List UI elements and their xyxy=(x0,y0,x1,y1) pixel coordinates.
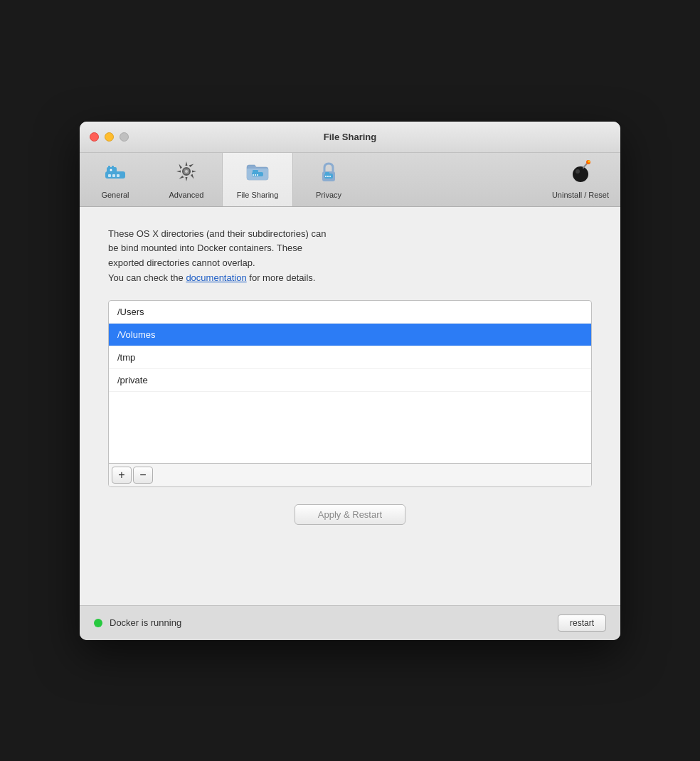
svg-rect-13 xyxy=(253,174,254,176)
svg-rect-15 xyxy=(257,174,258,176)
add-directory-button[interactable]: + xyxy=(112,467,132,484)
svg-point-24 xyxy=(588,160,590,162)
minimize-button[interactable] xyxy=(105,132,114,142)
svg-rect-20 xyxy=(327,176,329,177)
tab-uninstall[interactable]: Uninstall / Reset xyxy=(541,153,620,206)
svg-point-22 xyxy=(573,166,588,182)
statusbar: Docker is running restart xyxy=(80,605,620,640)
file-list-container: /Users /Volumes /tmp /private + − xyxy=(108,300,592,487)
svg-rect-3 xyxy=(112,166,114,169)
maximize-button[interactable] xyxy=(120,132,129,142)
list-item[interactable]: /Volumes xyxy=(109,324,591,346)
list-item-empty xyxy=(109,392,591,463)
svg-point-7 xyxy=(110,169,112,171)
bomb-icon xyxy=(568,159,593,188)
app-window: File Sharing General xyxy=(80,122,620,640)
description-text: These OS X directories (and their subdir… xyxy=(108,227,592,286)
desc-line4-suffix: for more details. xyxy=(247,272,316,283)
restart-button[interactable]: restart xyxy=(558,614,606,632)
list-item[interactable]: /tmp xyxy=(109,346,591,369)
svg-rect-19 xyxy=(325,176,327,177)
svg-rect-2 xyxy=(108,166,110,169)
tab-uninstall-label: Uninstall / Reset xyxy=(552,191,609,199)
file-list-toolbar: + − xyxy=(109,463,591,486)
folder-docker-icon xyxy=(245,159,270,188)
whale-icon xyxy=(102,159,128,188)
remove-directory-button[interactable]: − xyxy=(133,467,153,484)
status-indicator xyxy=(94,619,102,627)
svg-rect-18 xyxy=(325,172,329,175)
tab-advanced[interactable]: Advanced xyxy=(151,153,222,206)
apply-restart-button[interactable]: Apply & Restart xyxy=(295,504,405,525)
desc-line3: exported directories cannot overlap. xyxy=(108,257,255,268)
svg-point-10 xyxy=(185,170,188,173)
svg-rect-14 xyxy=(255,174,256,176)
svg-point-25 xyxy=(576,169,580,174)
tab-general-label: General xyxy=(101,191,129,199)
tab-privacy[interactable]: Privacy xyxy=(293,153,364,206)
tab-spacer xyxy=(364,153,541,206)
gear-icon xyxy=(174,159,199,188)
svg-rect-21 xyxy=(329,176,331,177)
documentation-link[interactable]: documentation xyxy=(186,272,246,283)
apply-section: Apply & Restart xyxy=(108,504,592,525)
toolbar: General Advanced xyxy=(80,153,620,207)
tab-file-sharing[interactable]: File Sharing xyxy=(222,152,293,206)
desc-line1: These OS X directories (and their subdir… xyxy=(108,228,326,239)
traffic-lights xyxy=(90,132,129,142)
status-text: Docker is running xyxy=(110,617,551,628)
svg-rect-4 xyxy=(108,174,111,177)
titlebar: File Sharing xyxy=(80,122,620,153)
tab-file-sharing-label: File Sharing xyxy=(237,191,279,199)
svg-rect-12 xyxy=(253,170,258,174)
file-list: /Users /Volumes /tmp /private xyxy=(109,301,591,463)
close-button[interactable] xyxy=(90,132,99,142)
tab-privacy-label: Privacy xyxy=(316,191,341,199)
tab-advanced-label: Advanced xyxy=(169,191,204,199)
list-item[interactable]: /Users xyxy=(109,301,591,324)
svg-rect-6 xyxy=(117,174,120,177)
tab-general[interactable]: General xyxy=(80,153,151,206)
main-content: These OS X directories (and their subdir… xyxy=(80,207,620,605)
desc-line4-prefix: You can check the xyxy=(108,272,186,283)
svg-rect-5 xyxy=(112,174,115,177)
list-item[interactable]: /private xyxy=(109,369,591,392)
desc-line2: be bind mounted into Docker containers. … xyxy=(108,243,302,253)
lock-icon xyxy=(316,159,341,188)
window-title: File Sharing xyxy=(324,132,376,142)
